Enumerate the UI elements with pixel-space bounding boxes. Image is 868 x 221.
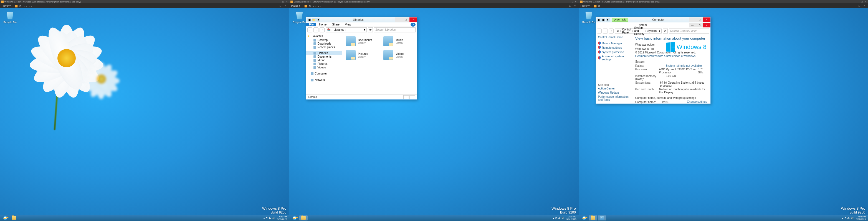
network-icon[interactable]: 🖧 xyxy=(269,217,271,219)
fullscreen-icon[interactable]: ⛶ xyxy=(28,4,32,8)
link-remote[interactable]: Remote settings xyxy=(598,45,629,50)
nav-pane[interactable]: Favorites Desktop Downloads Recent place… xyxy=(306,33,342,95)
nav-up[interactable]: ↑ xyxy=(319,28,324,32)
nav-desktop[interactable]: Desktop xyxy=(306,38,342,42)
send-ctrl-alt-del-icon[interactable]: ⌘ xyxy=(18,4,22,8)
vmware-max[interactable]: □ xyxy=(571,1,574,3)
nav-back[interactable]: ← xyxy=(307,28,312,32)
taskbar-controlpanel[interactable] xyxy=(598,216,606,220)
link-advanced[interactable]: Advanced system settings xyxy=(598,54,629,62)
volume-icon[interactable]: 🔊 xyxy=(851,217,854,219)
library-documents[interactable]: DocumentsLibrary xyxy=(344,35,377,47)
nav-videos[interactable]: Videos xyxy=(306,66,342,69)
qat-icon[interactable]: ▣ xyxy=(597,18,601,22)
nav-libraries[interactable]: Libraries xyxy=(306,51,342,55)
tab-share[interactable]: Share xyxy=(329,23,342,26)
qat-dropdown-icon[interactable]: ▾ xyxy=(316,18,320,22)
rating-link[interactable]: System rating is not available xyxy=(666,64,702,67)
taskbar-explorer[interactable] xyxy=(10,216,18,220)
vmware-toolbar-right1-icon[interactable]: — xyxy=(274,4,277,8)
vmware-toolbar-right3-icon[interactable]: × xyxy=(863,4,866,8)
clock[interactable]: 7:29 PM5/31/2023 xyxy=(276,216,288,220)
view-large-icon[interactable] xyxy=(409,95,415,99)
qat-dropdown-icon[interactable]: ▾ xyxy=(606,18,610,22)
flag-icon[interactable]: ⚑ xyxy=(555,217,557,219)
vmware-toolbar-right2-icon[interactable]: □ xyxy=(279,4,282,8)
send-ctrl-alt-del-icon[interactable]: ⌘ xyxy=(597,4,601,8)
taskbar[interactable]: ▴ ⚑ 🖧 🔊 7:29 PM5/31/2023 xyxy=(0,215,289,221)
view-details-icon[interactable] xyxy=(403,95,409,99)
vmware-close[interactable]: × xyxy=(864,1,867,3)
tab-home[interactable]: Home xyxy=(316,23,329,26)
library-videos[interactable]: VideosLibrary xyxy=(382,49,414,61)
cp-home[interactable]: Control Panel Home xyxy=(598,36,629,39)
system-tray[interactable]: ▴ ⚑ 🖧 🔊 7:59 PM5/31/2023 xyxy=(842,216,867,220)
explorer-window[interactable]: ▣ 📁 ▾ Libraries — □ × File Home Share Vi… xyxy=(306,16,417,100)
window-max[interactable]: □ xyxy=(402,17,409,22)
link-device-manager[interactable]: Device Manager xyxy=(598,41,629,45)
qat-newfolder-icon[interactable]: 📁 xyxy=(312,18,316,22)
help-icon[interactable]: ? xyxy=(410,23,415,27)
vmware-min[interactable]: — xyxy=(857,1,860,3)
vmware-max[interactable]: □ xyxy=(281,1,285,3)
vmware-close[interactable]: × xyxy=(574,1,578,3)
address-bar[interactable]: 📚 › Libraries › ▾ xyxy=(326,28,367,32)
taskbar-ie[interactable] xyxy=(580,216,588,220)
search-input[interactable]: Search Control Panel xyxy=(669,29,709,34)
network-icon[interactable]: 🖧 xyxy=(847,217,850,219)
unity-icon[interactable]: ⛶ xyxy=(313,4,316,8)
volume-icon[interactable]: 🔊 xyxy=(561,217,564,219)
vmware-toolbar-right2-icon[interactable]: □ xyxy=(858,4,861,8)
flag-icon[interactable]: ⚑ xyxy=(266,217,268,219)
nav-downloads[interactable]: Downloads xyxy=(306,42,342,45)
window-min[interactable]: — xyxy=(395,17,402,22)
send-ctrl-alt-del-icon[interactable]: ⌘ xyxy=(308,4,312,8)
fullscreen-icon[interactable]: ⛶ xyxy=(607,4,611,8)
pause-icon[interactable]: ▮▮ xyxy=(15,4,17,8)
link-windows-update[interactable]: Windows Update xyxy=(598,90,629,95)
qat-properties-icon[interactable]: ▣ xyxy=(307,18,311,22)
nav-favorites[interactable]: Favorites xyxy=(306,34,342,38)
link-protection[interactable]: System protection xyxy=(598,50,629,54)
crumb-cp[interactable]: Control Panel xyxy=(622,28,631,34)
nav-computer[interactable]: Computer xyxy=(306,71,342,76)
recycle-bin[interactable]: Recycle Bin xyxy=(291,10,307,24)
pause-icon[interactable]: ▮▮ xyxy=(304,4,307,8)
recycle-bin[interactable]: Recycle Bin xyxy=(2,10,18,24)
link-perf-info[interactable]: Performance Information and Tools xyxy=(598,95,629,102)
search-input[interactable]: Search Libraries xyxy=(374,28,415,32)
tray-chevron-icon[interactable]: ▴ xyxy=(553,217,554,219)
system-tray[interactable]: ▴ ⚑ 🖧 🔊 7:30 PM5/31/2023 xyxy=(553,216,578,220)
tab-file[interactable]: File xyxy=(306,23,316,26)
window-close[interactable]: × xyxy=(703,17,710,22)
vmware-toolbar-right2-icon[interactable]: □ xyxy=(568,4,572,8)
fullscreen-icon[interactable]: ⛶ xyxy=(318,4,321,8)
window-max[interactable]: □ xyxy=(696,17,703,22)
vmware-min[interactable]: — xyxy=(567,1,571,3)
nav-documents[interactable]: Documents xyxy=(306,55,342,59)
qat-icon2[interactable]: ▣ xyxy=(601,18,605,22)
library-pictures[interactable]: PicturesLibrary xyxy=(344,49,377,61)
refresh-icon[interactable]: ⟳ xyxy=(663,29,668,34)
player-menu[interactable]: Player ▾ xyxy=(291,4,300,7)
pause-icon[interactable]: ▮▮ xyxy=(594,4,596,8)
address-bar[interactable]: 🖥› Control Panel› System and Security› S… xyxy=(615,29,661,34)
get-more-features-link[interactable]: Get more features with a new edition of … xyxy=(635,54,695,58)
taskbar-explorer[interactable] xyxy=(589,216,597,220)
addr-dropdown-icon[interactable]: ▾ xyxy=(364,28,365,31)
tray-chevron-icon[interactable]: ▴ xyxy=(842,217,843,219)
clock[interactable]: 7:30 PM5/31/2023 xyxy=(565,216,578,220)
vmware-max[interactable]: □ xyxy=(860,1,864,3)
drive-tools-tab[interactable]: Drive Tools xyxy=(612,18,628,22)
player-menu[interactable]: Player ▾ xyxy=(581,4,590,7)
system-tray[interactable]: ▴ ⚑ 🖧 🔊 7:29 PM5/31/2023 xyxy=(264,216,288,220)
vmware-toolbar-right1-icon[interactable]: — xyxy=(563,4,567,8)
nav-back[interactable]: ← xyxy=(597,29,602,34)
taskbar-ie[interactable] xyxy=(290,216,299,220)
refresh-icon[interactable]: ⟳ xyxy=(368,28,373,32)
crumb-sys[interactable]: System xyxy=(648,29,657,32)
nav-recent[interactable]: Recent places xyxy=(306,45,342,49)
vmware-toolbar-right3-icon[interactable]: × xyxy=(573,4,577,8)
clock[interactable]: 7:59 PM5/31/2023 xyxy=(855,216,867,220)
network-icon[interactable]: 🖧 xyxy=(558,217,560,219)
